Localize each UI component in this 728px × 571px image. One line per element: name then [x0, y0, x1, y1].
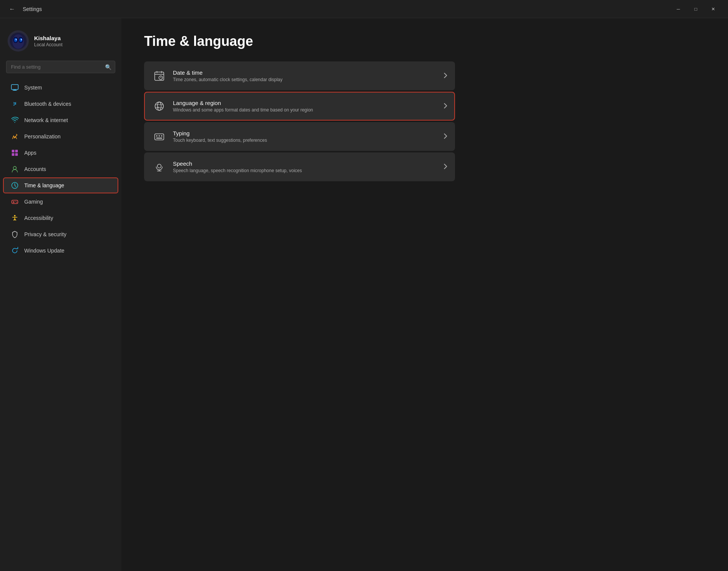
sidebar-item-system[interactable]: System: [3, 80, 118, 96]
svg-point-22: [14, 215, 16, 216]
sidebar-item-gaming[interactable]: Gaming: [3, 194, 118, 210]
sidebar-item-personalization[interactable]: Personalization: [3, 129, 118, 144]
accessibility-icon: [11, 214, 19, 222]
time-icon: [11, 181, 19, 190]
maximize-button[interactable]: □: [687, 3, 704, 15]
svg-rect-32: [156, 138, 162, 139]
svg-rect-30: [159, 135, 160, 136]
svg-rect-29: [156, 135, 157, 136]
typing-text: TypingTouch keyboard, text suggestions, …: [173, 130, 438, 143]
setting-item-typing[interactable]: TypingTouch keyboard, text suggestions, …: [144, 122, 455, 151]
system-icon: [11, 83, 19, 92]
sidebar-label-gaming: Gaming: [24, 199, 43, 205]
speech-text: SpeechSpeech language, speech recognitio…: [173, 160, 438, 173]
sidebar-label-system: System: [24, 85, 42, 91]
typing-chevron: [444, 133, 447, 140]
svg-rect-13: [12, 150, 14, 152]
update-icon: [11, 246, 19, 255]
setting-item-date-time[interactable]: Date & timeTime zones, automatic clock s…: [144, 61, 455, 90]
gaming-icon: [11, 198, 19, 206]
date-time-desc: Time zones, automatic clock settings, ca…: [173, 77, 438, 82]
speech-desc: Speech language, speech recognition micr…: [173, 168, 438, 173]
accounts-icon: [11, 165, 19, 173]
svg-rect-14: [15, 150, 18, 152]
privacy-icon: [11, 230, 19, 238]
svg-point-33: [157, 164, 161, 168]
user-account-type: Local Account: [34, 42, 63, 47]
language-region-desc: Windows and some apps format dates and t…: [173, 107, 438, 113]
typing-desc: Touch keyboard, text suggestions, prefer…: [173, 138, 438, 143]
sidebar-item-bluetooth[interactable]: Bluetooth & devices: [3, 96, 118, 112]
back-button[interactable]: ←: [6, 3, 18, 15]
setting-item-speech[interactable]: SpeechSpeech language, speech recognitio…: [144, 152, 455, 181]
speech-name: Speech: [173, 160, 438, 167]
svg-point-17: [13, 166, 16, 169]
sidebar-label-update: Windows Update: [24, 248, 64, 254]
svg-point-21: [16, 202, 17, 203]
svg-rect-19: [12, 200, 18, 204]
svg-rect-10: [11, 85, 18, 89]
sidebar-nav: SystemBluetooth & devicesNetwork & inter…: [0, 79, 121, 259]
language-region-name: Language & region: [173, 100, 438, 106]
svg-text:A: A: [157, 106, 160, 109]
svg-point-9: [21, 39, 22, 40]
speech-chevron: [444, 163, 447, 171]
sidebar-label-privacy: Privacy & security: [24, 231, 66, 237]
language-region-chevron: [444, 103, 447, 110]
sidebar: Kishalaya Local Account 🔍 SystemBluetoot…: [0, 18, 121, 571]
minimize-button[interactable]: ─: [670, 3, 687, 15]
svg-rect-12: [13, 90, 17, 91]
date-time-chevron: [444, 72, 447, 80]
apps-icon: [11, 149, 19, 157]
sidebar-label-bluetooth: Bluetooth & devices: [24, 101, 71, 107]
user-profile[interactable]: Kishalaya Local Account: [0, 26, 121, 61]
sidebar-label-accounts: Accounts: [24, 166, 46, 172]
network-icon: [11, 116, 19, 124]
titlebar: ← Settings ─ □ ✕: [0, 0, 728, 18]
svg-point-20: [16, 201, 16, 202]
svg-rect-16: [15, 153, 18, 156]
svg-rect-15: [12, 153, 14, 156]
sidebar-item-update[interactable]: Windows Update: [3, 243, 118, 259]
window-controls: ─ □ ✕: [670, 3, 722, 15]
bluetooth-icon: [11, 100, 19, 108]
sidebar-label-network: Network & internet: [24, 117, 68, 123]
settings-list: Date & timeTime zones, automatic clock s…: [144, 61, 455, 181]
setting-item-language-region[interactable]: ALanguage & regionWindows and some apps …: [144, 92, 455, 121]
sidebar-label-apps: Apps: [24, 150, 36, 156]
app-container: Kishalaya Local Account 🔍 SystemBluetoot…: [0, 18, 728, 571]
sidebar-item-time[interactable]: Time & language: [3, 177, 118, 193]
typing-icon: [152, 129, 167, 144]
search-box: 🔍: [6, 61, 115, 73]
user-info: Kishalaya Local Account: [34, 35, 63, 47]
sidebar-label-accessibility: Accessibility: [24, 215, 53, 221]
close-button[interactable]: ✕: [704, 3, 722, 15]
sidebar-item-accessibility[interactable]: Accessibility: [3, 210, 118, 226]
sidebar-item-privacy[interactable]: Privacy & security: [3, 226, 118, 242]
speech-icon: [152, 159, 167, 174]
svg-point-8: [16, 39, 16, 40]
typing-name: Typing: [173, 130, 438, 136]
search-icon: 🔍: [105, 64, 111, 70]
main-content: Time & language Date & timeTime zones, a…: [121, 18, 728, 571]
search-input[interactable]: [6, 61, 115, 73]
username: Kishalaya: [34, 35, 63, 41]
svg-rect-31: [161, 135, 162, 136]
sidebar-label-time: Time & language: [24, 182, 64, 188]
language-region-text: Language & regionWindows and some apps f…: [173, 100, 438, 113]
svg-rect-28: [155, 134, 164, 140]
avatar: [8, 30, 29, 52]
page-title: Time & language: [144, 33, 705, 49]
date-time-text: Date & timeTime zones, automatic clock s…: [173, 69, 438, 82]
personalization-icon: [11, 132, 19, 141]
date-time-icon: [152, 68, 167, 83]
date-time-name: Date & time: [173, 69, 438, 76]
language-region-icon: A: [152, 99, 167, 114]
sidebar-item-accounts[interactable]: Accounts: [3, 161, 118, 177]
app-title: Settings: [23, 6, 42, 12]
sidebar-label-personalization: Personalization: [24, 133, 61, 140]
sidebar-item-apps[interactable]: Apps: [3, 145, 118, 161]
sidebar-item-network[interactable]: Network & internet: [3, 112, 118, 128]
